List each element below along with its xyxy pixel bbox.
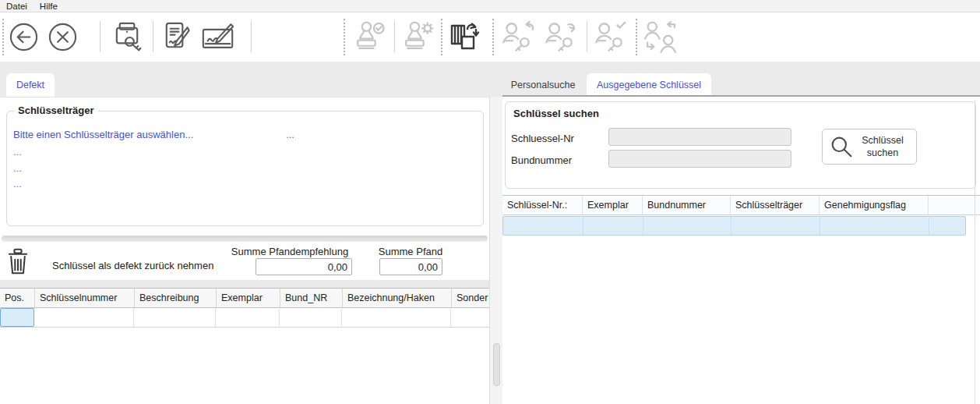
key-number-label: Schluessel-Nr — [511, 133, 574, 144]
key-search-groupbox: Schlüssel suchen Schluessel-Nr Bundnumme… — [505, 101, 976, 189]
bundle-number-input[interactable] — [608, 150, 791, 168]
tab-defekt-label: Defekt — [16, 80, 44, 90]
column-header[interactable]: Sonder — [452, 289, 489, 307]
section-divider — [2, 236, 488, 242]
selected-cell[interactable] — [0, 308, 34, 327]
tab-personalsuche[interactable]: Personalsuche — [505, 73, 581, 97]
stamp-settings-icon — [400, 19, 435, 55]
toolbar-separator — [251, 21, 252, 52]
toolbar-separator — [153, 21, 153, 52]
toolbar-separator — [587, 21, 587, 52]
edit-document-button[interactable] — [157, 16, 195, 57]
edit-document-icon — [160, 20, 193, 54]
key-issue-icon — [542, 19, 578, 55]
column-header[interactable]: Schlüsselnummer — [35, 289, 135, 307]
stamp-approve-button[interactable] — [351, 16, 388, 57]
bundle-number-label: Bundnummer — [511, 154, 572, 166]
search-icon — [830, 135, 854, 159]
issued-keys-selected-row[interactable] — [502, 216, 966, 236]
column-header-filler — [929, 196, 980, 214]
sum-deposit-input[interactable] — [379, 258, 442, 275]
keyholder-groupbox: Schlüsselträger Bitte einen Schlüsselträ… — [6, 111, 484, 226]
stamp-approve-icon — [352, 19, 387, 55]
menu-item-datei[interactable]: Datei — [0, 0, 33, 12]
print-key-button[interactable] — [109, 16, 146, 57]
cancel-icon — [48, 22, 78, 52]
issued-keys-table-header: Schlüssel-Nr.: Exemplar Bundnummer Schlü… — [502, 195, 980, 215]
swap-keycards-icon — [446, 19, 481, 54]
toolbar-separator — [100, 21, 100, 52]
sum-recommendation-label: Summe Pfandempfehlung — [227, 246, 352, 257]
column-header[interactable]: Beschreibung — [135, 289, 217, 307]
defect-action-label: Schlüssel als defekt zurück nehmen — [52, 260, 213, 271]
swap-keycards-button[interactable] — [445, 16, 482, 57]
defect-table-row[interactable] — [0, 308, 489, 328]
tab-personalsuche-label: Personalsuche — [511, 80, 576, 90]
key-approve-button[interactable] — [591, 16, 629, 57]
column-header[interactable]: Bezeichnung/Haken — [343, 289, 452, 307]
toolbar — [0, 12, 980, 62]
tab-strip: Defekt Personalsuche Ausgegebene Schlüss… — [0, 62, 980, 97]
right-edge-border — [975, 100, 975, 404]
person-swap-icon — [643, 19, 678, 55]
menu-item-hilfe[interactable]: Hilfe — [33, 0, 64, 12]
column-header[interactable]: Exemplar — [217, 289, 280, 307]
column-header[interactable]: Exemplar — [583, 196, 643, 214]
person-swap-button[interactable] — [641, 16, 679, 57]
defect-action-bar: Schlüssel als defekt zurück nehmen Summe… — [0, 244, 489, 280]
key-number-input[interactable] — [608, 128, 791, 146]
keyholder-ellipsis[interactable]: ... — [286, 129, 294, 140]
toolbar-grip — [636, 19, 637, 55]
toolbar-separator — [394, 21, 395, 52]
sum-recommendation-input[interactable] — [256, 258, 352, 275]
stamp-settings-button[interactable] — [399, 16, 436, 57]
toolbar-grip — [2, 19, 4, 55]
tab-ausgegebene-schluessel-label: Ausgegebene Schlüssel — [597, 80, 701, 90]
key-issue-button[interactable] — [541, 16, 579, 57]
ausgegebene-schluessel-panel: Schlüssel suchen Schluessel-Nr Bundnumme… — [502, 95, 980, 404]
column-header[interactable]: Genehmigungsflag — [820, 196, 929, 214]
sum-deposit-label: Summe Pfand — [375, 246, 446, 257]
table-top-strip — [0, 280, 489, 288]
signature-pad-button[interactable] — [199, 16, 237, 57]
defect-table-header: Pos. Schlüsselnummer Beschreibung Exempl… — [0, 288, 489, 308]
key-search-group-title: Schlüssel suchen — [513, 108, 599, 119]
keyholder-row[interactable]: ... — [13, 146, 22, 158]
column-header[interactable]: Pos. — [0, 289, 35, 307]
back-icon — [9, 22, 39, 52]
key-return-icon — [499, 19, 535, 55]
toolbar-grip — [492, 19, 494, 55]
splitter-handle[interactable] — [493, 343, 500, 386]
defekt-panel: Schlüsselträger Bitte einen Schlüsselträ… — [0, 97, 489, 404]
column-header[interactable]: Bundnummer — [643, 196, 731, 214]
column-header[interactable]: Schlüssel-Nr.: — [502, 196, 583, 214]
keyholder-group-title: Schlüsselträger — [14, 105, 98, 116]
print-key-icon — [111, 20, 145, 54]
column-header[interactable]: Schlüsselträger — [731, 196, 820, 214]
keyholder-prompt[interactable]: Bitte einen Schlüsselträger auswählen... — [13, 129, 193, 140]
tab-ausgegebene-schluessel[interactable]: Ausgegebene Schlüssel — [587, 73, 711, 97]
key-approve-icon — [592, 19, 628, 55]
keyholder-row[interactable]: ... — [13, 162, 22, 174]
keyholder-row[interactable]: ... — [13, 178, 22, 190]
back-button[interactable] — [5, 16, 42, 57]
key-search-button-label: Schlüssel suchen — [854, 134, 916, 160]
cancel-button[interactable] — [44, 16, 81, 57]
column-header[interactable]: Bund_NR — [280, 289, 343, 307]
toolbar-grip — [344, 19, 345, 55]
toolbar-grip — [441, 19, 442, 55]
key-search-button[interactable]: Schlüssel suchen — [822, 129, 917, 165]
trash-icon[interactable] — [7, 247, 29, 276]
key-return-button[interactable] — [499, 16, 536, 57]
tab-defekt[interactable]: Defekt — [6, 73, 55, 97]
menu-bar: Datei Hilfe — [0, 0, 980, 12]
signature-pad-icon — [200, 20, 236, 54]
